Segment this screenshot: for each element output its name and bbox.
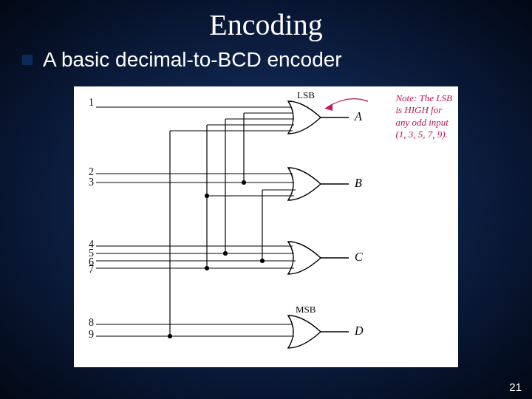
gate-a-out-label: A (354, 110, 362, 123)
page-number: 21 (509, 381, 522, 393)
input-8-label: 8 (89, 317, 94, 328)
svg-point-22 (205, 266, 209, 270)
svg-point-19 (223, 251, 228, 256)
gate-d-out-label: D (354, 324, 364, 337)
bullet-row: A basic decimal-to-BCD encoder (22, 48, 532, 72)
svg-point-28 (260, 259, 265, 263)
input-7-label: 7 (89, 264, 94, 275)
svg-point-30 (205, 194, 209, 198)
circuit-diagram: Note: The LSB is HIGH for any odd input … (74, 86, 458, 367)
bullet-icon (22, 55, 33, 65)
bullet-text: A basic decimal-to-BCD encoder (43, 48, 342, 72)
input-2-label: 2 (89, 166, 94, 177)
svg-point-25 (168, 334, 172, 338)
input-1-label: 1 (89, 97, 94, 108)
gate-d-bit-label: MSB (296, 304, 316, 315)
svg-point-16 (242, 180, 246, 185)
input-9-label: 9 (89, 329, 94, 340)
diagram-note: Note: The LSB is HIGH for any odd input … (395, 92, 452, 140)
gate-c-out-label: C (355, 250, 363, 263)
gate-b-out-label: B (355, 177, 362, 189)
gate-a-bit-label: LSB (297, 89, 315, 100)
slide-title: Encoding (0, 7, 532, 42)
input-3-label: 3 (89, 177, 94, 188)
